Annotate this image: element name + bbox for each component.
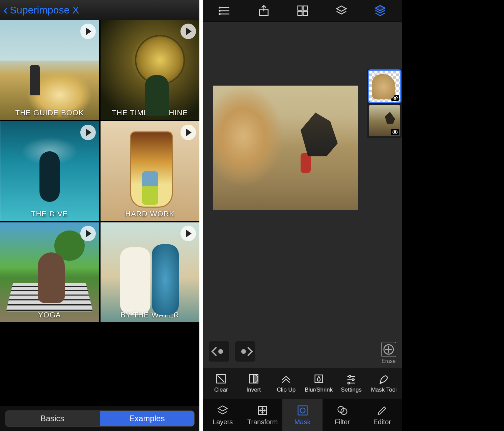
action-label: Clip Up — [277, 387, 296, 393]
layer-thumbnail-foreground[interactable] — [369, 71, 400, 102]
tile-caption: BY THE WATER — [101, 311, 200, 319]
undo-redo-group — [209, 341, 255, 362]
svg-rect-9 — [298, 11, 302, 16]
action-label: Settings — [341, 387, 362, 393]
action-mask-tool[interactable]: Mask Tool — [370, 373, 398, 393]
action-label: Mask Tool — [371, 387, 397, 393]
tutorial-grid: THE GUIDE BOOK THE TIME MACHINE THE DIVE… — [0, 20, 199, 406]
action-label: Blur/Shrink — [305, 387, 333, 393]
svg-point-12 — [394, 131, 396, 133]
mode-row: Layers Transform Mask Filter Editor — [203, 399, 402, 431]
play-icon[interactable] — [180, 125, 196, 140]
svg-point-5 — [219, 13, 220, 14]
action-settings[interactable]: Settings — [337, 373, 365, 393]
erase-button[interactable]: Erase — [381, 342, 396, 364]
list-icon[interactable] — [219, 4, 231, 17]
svg-rect-29 — [298, 406, 307, 415]
segment-basics[interactable]: Basics — [5, 411, 100, 426]
tutorial-tile-time-machine[interactable]: THE TIME MACHINE — [101, 20, 200, 120]
tutorial-tile-dive[interactable]: THE DIVE — [0, 121, 99, 221]
top-toolbar — [203, 0, 402, 22]
canvas-area[interactable]: Erase — [203, 22, 402, 368]
nav-title[interactable]: Superimpose X — [10, 4, 79, 16]
mode-label: Editor — [373, 418, 391, 426]
tile-caption: YOGA — [0, 311, 99, 319]
mode-layers[interactable]: Layers — [203, 399, 243, 431]
play-icon[interactable] — [180, 24, 196, 39]
svg-rect-10 — [303, 11, 307, 16]
svg-point-30 — [300, 408, 305, 413]
tutorial-tile-guide-book[interactable]: THE GUIDE BOOK — [0, 20, 99, 120]
play-icon[interactable] — [80, 226, 96, 241]
canvas-image[interactable] — [213, 86, 358, 210]
erase-label: Erase — [382, 358, 396, 364]
visibility-icon[interactable] — [391, 95, 399, 101]
mask-actions-row: Clear Invert Clip Up Blur/Shrink Setting… — [203, 368, 402, 399]
svg-rect-7 — [298, 6, 302, 10]
svg-point-14 — [242, 350, 245, 353]
back-chevron-icon[interactable]: ‹ — [3, 2, 8, 18]
tile-caption: HARD WORK — [101, 210, 200, 218]
svg-line-19 — [218, 375, 224, 382]
segment-bar: Basics Examples — [0, 406, 199, 431]
mode-label: Layers — [213, 418, 233, 426]
svg-point-25 — [352, 379, 354, 381]
segment-examples[interactable]: Examples — [100, 411, 195, 426]
mode-label: Transform — [247, 418, 278, 426]
visibility-icon[interactable] — [391, 129, 399, 135]
mode-filter[interactable]: Filter — [323, 399, 362, 431]
action-label: Clear — [214, 387, 228, 393]
undo-button[interactable] — [209, 341, 229, 362]
action-blur-shrink[interactable]: Blur/Shrink — [305, 373, 333, 393]
redo-button[interactable] — [235, 341, 255, 362]
layer-thumbnail-background[interactable] — [369, 105, 400, 136]
nav-bar: ‹ Superimpose X — [0, 0, 199, 20]
action-label: Invert — [246, 387, 261, 393]
play-icon[interactable] — [180, 226, 196, 241]
share-icon[interactable] — [257, 4, 270, 17]
tutorial-tile-hard-work[interactable]: HARD WORK — [101, 121, 200, 221]
tile-caption: THE TIME MACHINE — [101, 109, 200, 117]
layers-filled-icon[interactable] — [374, 4, 387, 17]
svg-point-4 — [219, 10, 220, 11]
action-clip-up[interactable]: Clip Up — [272, 373, 300, 393]
svg-point-27 — [348, 382, 350, 384]
play-icon[interactable] — [80, 24, 96, 39]
mode-label: Mask — [295, 418, 311, 426]
tile-caption: THE GUIDE BOOK — [0, 109, 99, 117]
tile-caption: THE DIVE — [0, 210, 99, 218]
mode-mask[interactable]: Mask — [282, 399, 322, 431]
action-invert[interactable]: Invert — [240, 373, 268, 393]
layer-panel — [367, 69, 402, 138]
tutorial-tile-by-the-water[interactable]: BY THE WATER — [101, 222, 200, 322]
svg-point-13 — [219, 350, 222, 353]
layers-outline-icon[interactable] — [335, 4, 348, 17]
svg-rect-8 — [303, 6, 307, 10]
mode-transform[interactable]: Transform — [243, 399, 282, 431]
mode-editor[interactable]: Editor — [362, 399, 402, 431]
tutorials-screen: ‹ Superimpose X THE GUIDE BOOK THE TIME … — [0, 0, 199, 431]
action-clear[interactable]: Clear — [207, 373, 235, 393]
tutorial-tile-yoga[interactable]: YOGA — [0, 222, 99, 322]
screenshot-divider — [199, 0, 203, 431]
play-icon[interactable] — [80, 125, 96, 140]
mode-label: Filter — [335, 418, 349, 426]
svg-point-3 — [219, 7, 220, 8]
svg-point-23 — [349, 375, 351, 377]
grid-icon[interactable] — [296, 4, 309, 17]
svg-point-11 — [394, 97, 396, 99]
editor-screen: Erase Clear Invert Clip Up Blur/Shrink S… — [203, 0, 402, 431]
